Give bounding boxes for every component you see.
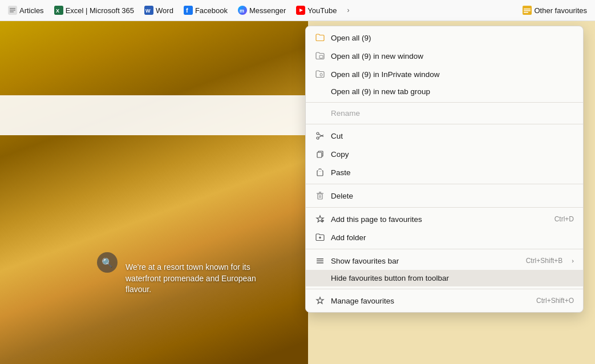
bookmark-excel[interactable]: X Excel | Microsoft 365	[50, 4, 139, 17]
svg-rect-28	[318, 170, 322, 171]
bookmark-word[interactable]: W Word	[140, 4, 178, 17]
divider-4	[306, 207, 583, 208]
bookmark-youtube[interactable]: YouTube	[292, 4, 341, 17]
svg-rect-2	[10, 10, 15, 11]
ctx-add-page[interactable]: Add this page to favourites Ctrl+D	[306, 210, 583, 228]
other-favourites-button[interactable]: Other favourites	[518, 4, 592, 17]
bookmark-facebook-label: Facebook	[195, 6, 228, 15]
ctx-copy[interactable]: Copy	[306, 145, 583, 163]
bookmark-messenger[interactable]: m Messenger	[233, 4, 290, 17]
svg-text:m: m	[240, 8, 244, 14]
other-favourites-icon	[523, 6, 532, 15]
ctx-rename-label: Rename	[331, 109, 574, 118]
ctx-open-all-tab-group-label: Open all (9) in new tab group	[331, 87, 574, 96]
bookmark-articles-label: Articles	[19, 6, 44, 15]
bookmark-word-label: Word	[156, 6, 173, 15]
copy-icon	[315, 149, 325, 159]
ctx-open-all-new-window[interactable]: Open all (9) in new window	[306, 47, 583, 65]
ctx-show-fav-bar[interactable]: Show favourites bar Ctrl+Shift+B ›	[306, 252, 583, 270]
ctx-open-all-inprivate-label: Open all (9) in InPrivate window	[331, 70, 574, 79]
ctx-open-all-label: Open all (9)	[331, 34, 574, 42]
ctx-add-folder[interactable]: Add folder	[306, 228, 583, 246]
ctx-show-fav-bar-label: Show favourites bar	[331, 257, 520, 265]
svg-marker-42	[317, 297, 323, 304]
ctx-cut-label: Cut	[331, 132, 574, 140]
overlay-text: We're at a resort town known for its wat…	[126, 262, 274, 296]
star-icon	[315, 296, 325, 306]
facebook-icon: f	[184, 6, 193, 15]
svg-rect-25	[317, 152, 322, 157]
ctx-open-all-new-window-label: Open all (9) in new window	[331, 52, 574, 60]
svg-rect-17	[524, 12, 528, 13]
folder-plus-icon	[315, 232, 325, 242]
folder-window-icon	[315, 51, 325, 61]
ctx-open-all-inprivate[interactable]: Open all (9) in InPrivate window	[306, 65, 583, 83]
svg-point-20	[317, 132, 319, 135]
ctx-manage-favs-label: Manage favourites	[331, 297, 531, 305]
ctx-manage-favs-shortcut: Ctrl+Shift+O	[536, 297, 574, 305]
background-image: 🔍 We're at a resort town known for its w…	[0, 21, 308, 364]
bookmark-youtube-label: YouTube	[307, 6, 337, 15]
articles-icon	[8, 6, 17, 15]
bookmarks-overflow-button[interactable]: ›	[342, 5, 354, 16]
ctx-show-fav-bar-arrow: ›	[572, 257, 574, 264]
ctx-copy-label: Copy	[331, 150, 574, 159]
youtube-icon	[296, 6, 305, 15]
divider-5	[306, 249, 583, 249]
svg-point-19	[320, 74, 322, 76]
bookmark-articles[interactable]: Articles	[3, 4, 48, 17]
svg-rect-29	[318, 194, 322, 199]
svg-rect-40	[317, 261, 323, 262]
svg-point-21	[317, 137, 319, 139]
bars-icon	[315, 256, 325, 266]
svg-text:X: X	[56, 8, 59, 14]
svg-text:W: W	[145, 8, 151, 14]
bookmark-facebook[interactable]: f Facebook	[179, 4, 232, 17]
ctx-open-all[interactable]: Open all (9)	[306, 29, 583, 47]
bookmark-messenger-label: Messenger	[249, 6, 286, 15]
svg-rect-41	[317, 262, 323, 264]
paste-icon	[315, 167, 325, 177]
ctx-rename[interactable]: Rename	[306, 105, 583, 122]
ctx-manage-favs[interactable]: Manage favourites Ctrl+Shift+O	[306, 292, 583, 310]
bookmark-excel-label: Excel | Microsoft 365	[66, 6, 134, 15]
word-icon: W	[144, 6, 153, 15]
folder-icon	[315, 33, 325, 43]
ctx-hide-fav-button[interactable]: Hide favourites button from toolbar	[306, 270, 583, 286]
ctx-delete-label: Delete	[331, 192, 574, 200]
context-menu: Open all (9) Open all (9) in new window …	[305, 26, 584, 313]
ctx-show-fav-bar-shortcut: Ctrl+Shift+B	[526, 257, 563, 265]
svg-rect-39	[317, 258, 323, 260]
ctx-hide-fav-button-label: Hide favourites button from toolbar	[331, 274, 574, 282]
ctx-delete[interactable]: Delete	[306, 187, 583, 205]
ctx-cut[interactable]: Cut	[306, 127, 583, 145]
svg-rect-1	[10, 8, 15, 9]
ctx-paste-label: Paste	[331, 168, 574, 177]
search-circle: 🔍	[97, 252, 118, 273]
star-plus-icon	[315, 214, 325, 224]
svg-rect-18	[319, 55, 323, 58]
svg-rect-3	[10, 11, 14, 13]
messenger-icon: m	[238, 6, 247, 15]
ctx-add-folder-label: Add folder	[331, 233, 574, 242]
divider-6	[306, 289, 583, 289]
ctx-open-all-tab-group[interactable]: Open all (9) in new tab group	[306, 83, 583, 100]
svg-text:f: f	[186, 7, 188, 14]
ctx-add-page-shortcut: Ctrl+D	[554, 215, 574, 223]
excel-icon: X	[54, 6, 63, 15]
divider-3	[306, 184, 583, 184]
svg-rect-15	[524, 9, 531, 10]
scissors-icon	[315, 131, 325, 141]
divider-2	[306, 124, 583, 124]
folder-private-icon	[315, 69, 325, 79]
svg-rect-8	[184, 6, 193, 15]
ctx-paste[interactable]: Paste	[306, 163, 583, 181]
trash-icon	[315, 191, 325, 201]
bookmarks-bar: Articles X Excel | Microsoft 365 W Word …	[0, 0, 595, 21]
divider-1	[306, 102, 583, 103]
other-favourites-label: Other favourites	[535, 6, 588, 15]
ctx-add-page-label: Add this page to favourites	[331, 215, 549, 224]
svg-rect-16	[524, 10, 531, 11]
